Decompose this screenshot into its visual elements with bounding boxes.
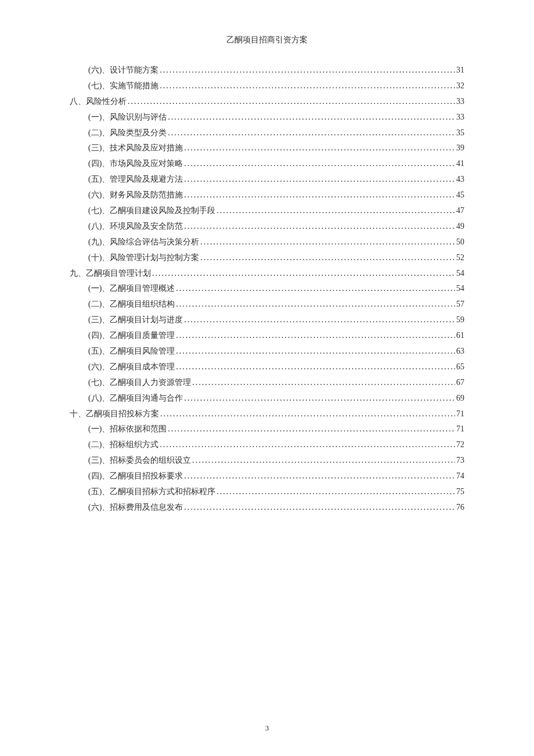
toc-entry: (四)、市场风险及应对策略41 <box>70 156 464 171</box>
toc-entry-page: 45 <box>456 188 464 203</box>
toc-entry-label: (三)、乙酮项目计划与进度 <box>88 312 183 327</box>
toc-entry-page: 69 <box>456 391 464 406</box>
toc-leader-dots <box>176 328 455 343</box>
toc-entry: (二)、乙酮项目组织结构57 <box>70 297 464 312</box>
toc-entry-label: (七)、实施节能措施 <box>88 78 158 93</box>
toc-entry-label: (一)、招标依据和范围 <box>88 422 167 437</box>
toc-leader-dots <box>184 500 455 515</box>
toc-leader-dots <box>176 359 455 375</box>
toc-entry: (八)、乙酮项目沟通与合作69 <box>70 391 464 406</box>
toc-entry: (一)、风险识别与评估33 <box>70 110 464 125</box>
table-of-contents: (六)、设计节能方案31(七)、实施节能措施32八、风险性分析33(一)、风险识… <box>70 63 464 515</box>
toc-entry-page: 32 <box>456 78 464 93</box>
toc-leader-dots <box>184 141 455 156</box>
toc-leader-dots <box>200 235 455 250</box>
toc-entry: (七)、乙酮项目建设风险及控制手段47 <box>70 203 464 218</box>
toc-entry-label: (一)、乙酮项目管理概述 <box>88 281 175 296</box>
toc-leader-dots <box>184 391 455 406</box>
toc-entry-label: (九)、风险综合评估与决策分析 <box>88 235 199 250</box>
toc-entry-page: 75 <box>456 484 464 499</box>
toc-leader-dots <box>168 125 455 141</box>
toc-entry-label: (十)、风险管理计划与控制方案 <box>88 250 199 265</box>
toc-leader-dots <box>184 172 455 187</box>
toc-leader-dots <box>176 281 455 296</box>
toc-leader-dots <box>160 63 455 78</box>
toc-leader-dots <box>192 375 455 390</box>
toc-entry-page: 63 <box>456 344 464 359</box>
toc-entry-page: 67 <box>456 375 464 390</box>
toc-entry-label: (二)、乙酮项目组织结构 <box>88 297 175 312</box>
toc-entry-page: 65 <box>456 359 464 375</box>
toc-entry-page: 54 <box>456 266 464 281</box>
toc-entry: (七)、乙酮项目人力资源管理67 <box>70 375 464 390</box>
toc-entry-page: 49 <box>456 219 464 234</box>
toc-leader-dots <box>160 78 455 93</box>
toc-leader-dots <box>184 312 455 327</box>
toc-entry-page: 47 <box>456 203 464 218</box>
toc-entry-label: (四)、乙酮项目质量管理 <box>88 328 175 343</box>
toc-entry-label: (一)、风险识别与评估 <box>88 110 167 125</box>
toc-entry: (一)、招标依据和范围71 <box>70 422 464 437</box>
toc-leader-dots <box>184 469 455 484</box>
toc-entry: (二)、招标组织方式72 <box>70 437 464 452</box>
toc-entry: (七)、实施节能措施32 <box>70 78 464 93</box>
toc-entry: (二)、风险类型及分类35 <box>70 125 464 141</box>
toc-entry-label: (二)、风险类型及分类 <box>88 125 167 141</box>
toc-entry-page: 50 <box>456 235 464 250</box>
toc-entry: (三)、乙酮项目计划与进度59 <box>70 312 464 327</box>
toc-entry: (八)、环境风险及安全防范49 <box>70 219 464 234</box>
page-header: 乙酮项目招商引资方案 <box>70 35 464 45</box>
toc-entry: (五)、乙酮项目风险管理63 <box>70 344 464 359</box>
toc-entry-label: (七)、乙酮项目人力资源管理 <box>88 375 191 390</box>
toc-entry: (六)、设计节能方案31 <box>70 63 464 78</box>
toc-entry: 十、乙酮项目招投标方案71 <box>70 406 464 422</box>
toc-entry: 九、乙酮项目管理计划54 <box>70 266 464 281</box>
toc-entry: 八、风险性分析33 <box>70 94 464 109</box>
toc-leader-dots <box>128 94 455 109</box>
toc-entry: (三)、技术风险及应对措施39 <box>70 141 464 156</box>
toc-entry-page: 41 <box>456 156 464 171</box>
toc-entry: (一)、乙酮项目管理概述54 <box>70 281 464 296</box>
toc-entry-label: (五)、乙酮项目招标方式和招标程序 <box>88 484 215 499</box>
toc-entry-label: (四)、市场风险及应对策略 <box>88 156 183 171</box>
toc-entry-label: (八)、环境风险及安全防范 <box>88 219 183 234</box>
toc-leader-dots <box>168 422 455 437</box>
toc-leader-dots <box>217 484 455 499</box>
toc-entry-page: 54 <box>456 281 464 296</box>
toc-entry-label: (七)、乙酮项目建设风险及控制手段 <box>88 203 215 218</box>
toc-entry-page: 72 <box>456 437 464 452</box>
toc-entry-label: (三)、技术风险及应对措施 <box>88 141 183 156</box>
toc-entry-page: 39 <box>456 141 464 156</box>
document-page: 乙酮项目招商引资方案 (六)、设计节能方案31(七)、实施节能措施32八、风险性… <box>0 0 534 539</box>
toc-entry-page: 61 <box>456 328 464 343</box>
toc-entry: (三)、招标委员会的组织设立73 <box>70 453 464 468</box>
toc-leader-dots <box>184 156 455 171</box>
toc-entry-page: 59 <box>456 312 464 327</box>
toc-leader-dots <box>200 250 455 265</box>
toc-entry-page: 74 <box>456 469 464 484</box>
toc-leader-dots <box>160 437 455 452</box>
toc-entry-label: (八)、乙酮项目沟通与合作 <box>88 391 183 406</box>
toc-entry-label: (四)、乙酮项目招投标要求 <box>88 469 183 484</box>
toc-leader-dots <box>192 453 455 468</box>
toc-entry-page: 71 <box>456 422 464 437</box>
toc-leader-dots <box>152 266 455 281</box>
toc-entry-page: 76 <box>456 500 464 515</box>
toc-leader-dots <box>168 110 455 125</box>
toc-entry-label: 九、乙酮项目管理计划 <box>70 266 151 281</box>
toc-entry: (四)、乙酮项目质量管理61 <box>70 328 464 343</box>
toc-entry-label: (六)、设计节能方案 <box>88 63 158 78</box>
toc-entry: (十)、风险管理计划与控制方案52 <box>70 250 464 265</box>
toc-entry-label: (六)、财务风险及防范措施 <box>88 188 183 203</box>
toc-entry: (六)、乙酮项目成本管理65 <box>70 359 464 375</box>
toc-leader-dots <box>160 406 455 422</box>
toc-entry: (五)、管理风险及规避方法43 <box>70 172 464 187</box>
toc-leader-dots <box>217 203 455 218</box>
toc-entry-label: 八、风险性分析 <box>70 94 127 109</box>
toc-entry: (六)、招标费用及信息发布76 <box>70 500 464 515</box>
toc-entry: (四)、乙酮项目招投标要求74 <box>70 469 464 484</box>
toc-entry-page: 57 <box>456 297 464 312</box>
toc-entry: (六)、财务风险及防范措施45 <box>70 188 464 203</box>
toc-entry-page: 43 <box>456 172 464 187</box>
toc-entry-label: (三)、招标委员会的组织设立 <box>88 453 191 468</box>
